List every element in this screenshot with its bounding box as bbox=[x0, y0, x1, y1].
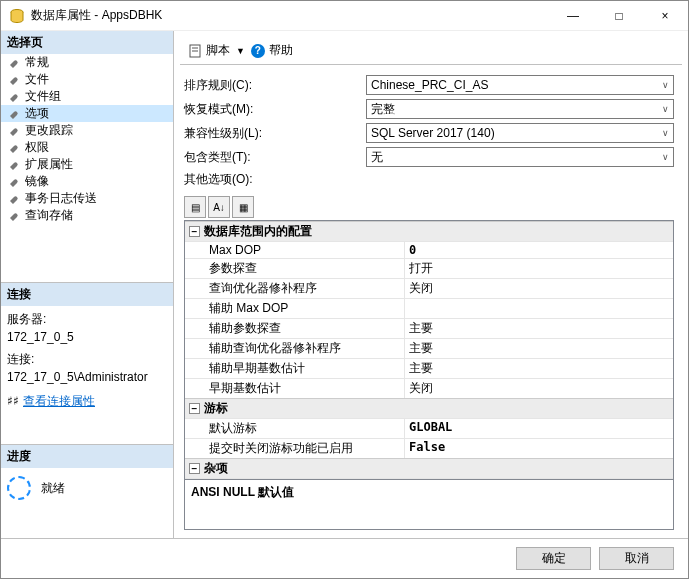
nav-item-label: 事务日志传送 bbox=[25, 190, 97, 207]
grid-row[interactable]: 辅助早期基数估计主要 bbox=[185, 358, 673, 378]
minimize-button[interactable]: — bbox=[550, 1, 596, 31]
nav-item-5[interactable]: 权限 bbox=[1, 139, 173, 156]
collation-label: 排序规则(C): bbox=[184, 77, 366, 94]
script-dropdown-icon[interactable]: ▼ bbox=[236, 46, 245, 56]
nav-item-label: 镜像 bbox=[25, 173, 49, 190]
nav-item-1[interactable]: 文件 bbox=[1, 71, 173, 88]
wrench-icon bbox=[7, 209, 21, 223]
grid-row[interactable]: 默认游标GLOBAL bbox=[185, 418, 673, 438]
nav-item-2[interactable]: 文件组 bbox=[1, 88, 173, 105]
ok-button[interactable]: 确定 bbox=[516, 547, 591, 570]
categorize-button[interactable]: ▤ bbox=[184, 196, 206, 218]
select-page-header: 选择页 bbox=[1, 31, 173, 54]
collapse-icon[interactable]: − bbox=[189, 403, 200, 414]
nav-item-label: 常规 bbox=[25, 54, 49, 71]
nav-item-label: 文件组 bbox=[25, 88, 61, 105]
nav-item-7[interactable]: 镜像 bbox=[1, 173, 173, 190]
wrench-icon bbox=[7, 73, 21, 87]
grid-category[interactable]: −游标 bbox=[185, 398, 673, 418]
grid-row[interactable]: 辅助参数探查主要 bbox=[185, 318, 673, 338]
nav-item-label: 查询存储 bbox=[25, 207, 73, 224]
nav-item-label: 权限 bbox=[25, 139, 49, 156]
wrench-icon bbox=[7, 56, 21, 70]
grid-value[interactable]: 主要 bbox=[405, 359, 673, 378]
compat-select[interactable]: SQL Server 2017 (140)∨ bbox=[366, 123, 674, 143]
database-icon bbox=[9, 8, 25, 24]
toolbar: 脚本 ▼ ? 帮助 bbox=[180, 37, 682, 65]
grid-value[interactable]: 0 bbox=[405, 242, 673, 258]
conn-value: 172_17_0_5\Administrator bbox=[7, 368, 167, 386]
description-box: ANSI NULL 默认值 bbox=[185, 479, 673, 529]
grid-value[interactable]: 关闭 bbox=[405, 279, 673, 298]
wrench-icon bbox=[7, 192, 21, 206]
collapse-icon[interactable]: − bbox=[189, 226, 200, 237]
grid-row[interactable]: 参数探查打开 bbox=[185, 258, 673, 278]
progress-status: 就绪 bbox=[41, 480, 65, 497]
close-button[interactable]: × bbox=[642, 1, 688, 31]
grid-value[interactable] bbox=[405, 299, 673, 318]
nav-item-0[interactable]: 常规 bbox=[1, 54, 173, 71]
recovery-label: 恢复模式(M): bbox=[184, 101, 366, 118]
server-label: 服务器: bbox=[7, 310, 167, 328]
grid-category[interactable]: −数据库范围内的配置 bbox=[185, 221, 673, 241]
collapse-icon[interactable]: − bbox=[189, 463, 200, 474]
contain-select[interactable]: 无∨ bbox=[366, 147, 674, 167]
view-connection-link[interactable]: 查看连接属性 bbox=[23, 392, 95, 410]
grid-value[interactable]: GLOBAL bbox=[405, 419, 673, 438]
window: 数据库属性 - AppsDBHK — □ × 选择页 常规文件文件组选项更改跟踪… bbox=[0, 0, 689, 579]
wrench-icon bbox=[7, 175, 21, 189]
grid-row[interactable]: Max DOP0 bbox=[185, 241, 673, 258]
sort-az-button[interactable]: A↓ bbox=[208, 196, 230, 218]
description-title: ANSI NULL 默认值 bbox=[191, 484, 667, 501]
grid-value[interactable]: 关闭 bbox=[405, 379, 673, 398]
chevron-down-icon: ∨ bbox=[662, 80, 669, 90]
nav-list: 常规文件文件组选项更改跟踪权限扩展属性镜像事务日志传送查询存储 bbox=[1, 54, 173, 224]
nav-item-label: 选项 bbox=[25, 105, 49, 122]
other-label: 其他选项(O): bbox=[184, 171, 366, 188]
nav-item-label: 文件 bbox=[25, 71, 49, 88]
cancel-button[interactable]: 取消 bbox=[599, 547, 674, 570]
grid-row[interactable]: 辅助 Max DOP bbox=[185, 298, 673, 318]
grid-key: 查询优化器修补程序 bbox=[185, 279, 405, 298]
connection-header: 连接 bbox=[1, 282, 173, 306]
grid-value[interactable]: 主要 bbox=[405, 319, 673, 338]
nav-item-3[interactable]: 选项 bbox=[1, 105, 173, 122]
connection-icon: ♯♯ bbox=[7, 392, 19, 410]
grid-value[interactable]: False bbox=[405, 439, 673, 458]
grid-key: 提交时关闭游标功能已启用 bbox=[185, 439, 405, 458]
conn-label: 连接: bbox=[7, 350, 167, 368]
grid-row[interactable]: 查询优化器修补程序关闭 bbox=[185, 278, 673, 298]
recovery-select[interactable]: 完整∨ bbox=[366, 99, 674, 119]
grid-key: 早期基数估计 bbox=[185, 379, 405, 398]
grid-row[interactable]: 早期基数估计关闭 bbox=[185, 378, 673, 398]
grid-key: Max DOP bbox=[185, 242, 405, 258]
wrench-icon bbox=[7, 90, 21, 104]
server-value: 172_17_0_5 bbox=[7, 328, 167, 346]
chevron-down-icon: ∨ bbox=[662, 104, 669, 114]
grid-value[interactable]: 打开 bbox=[405, 259, 673, 278]
grid-key: 参数探查 bbox=[185, 259, 405, 278]
property-grid: −数据库范围内的配置Max DOP0参数探查打开查询优化器修补程序关闭辅助 Ma… bbox=[184, 220, 674, 530]
grid-key: 默认游标 bbox=[185, 419, 405, 438]
spinner-icon bbox=[7, 476, 31, 500]
grid-pages-button[interactable]: ▦ bbox=[232, 196, 254, 218]
wrench-icon bbox=[7, 141, 21, 155]
collation-select[interactable]: Chinese_PRC_CI_AS∨ bbox=[366, 75, 674, 95]
help-button[interactable]: ? 帮助 bbox=[251, 42, 293, 59]
nav-item-4[interactable]: 更改跟踪 bbox=[1, 122, 173, 139]
grid-category[interactable]: −杂项 bbox=[185, 458, 673, 478]
titlebar: 数据库属性 - AppsDBHK — □ × bbox=[1, 1, 688, 31]
script-button[interactable]: 脚本 bbox=[188, 42, 230, 59]
nav-item-8[interactable]: 事务日志传送 bbox=[1, 190, 173, 207]
grid-value[interactable]: 主要 bbox=[405, 339, 673, 358]
grid-row[interactable]: 辅助查询优化器修补程序主要 bbox=[185, 338, 673, 358]
compat-label: 兼容性级别(L): bbox=[184, 125, 366, 142]
grid-row[interactable]: 提交时关闭游标功能已启用False bbox=[185, 438, 673, 458]
nav-item-6[interactable]: 扩展属性 bbox=[1, 156, 173, 173]
contain-label: 包含类型(T): bbox=[184, 149, 366, 166]
maximize-button[interactable]: □ bbox=[596, 1, 642, 31]
grid-key: 辅助查询优化器修补程序 bbox=[185, 339, 405, 358]
nav-item-9[interactable]: 查询存储 bbox=[1, 207, 173, 224]
nav-item-label: 扩展属性 bbox=[25, 156, 73, 173]
grid-key: 辅助参数探查 bbox=[185, 319, 405, 338]
